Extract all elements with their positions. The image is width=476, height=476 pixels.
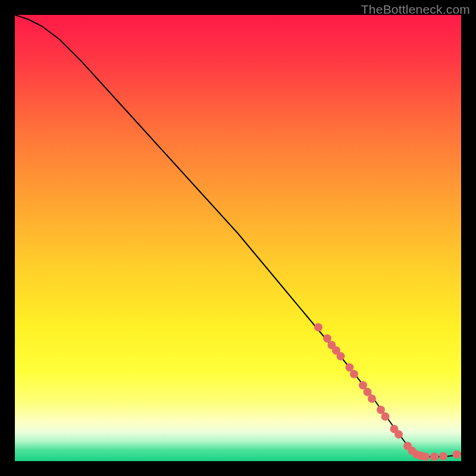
scatter-dot bbox=[337, 352, 345, 361]
scatter-dot bbox=[314, 323, 322, 331]
chart-plot-area bbox=[15, 15, 461, 461]
watermark-text: TheBottleneck.com bbox=[361, 2, 470, 17]
scatter-dot bbox=[439, 452, 447, 461]
scatter-dot bbox=[453, 450, 461, 459]
scatter-dot bbox=[350, 370, 358, 378]
scatter-dot bbox=[368, 394, 376, 403]
chart-overlay bbox=[15, 15, 461, 461]
scatter-dot bbox=[394, 430, 403, 439]
data-curve bbox=[15, 15, 461, 457]
scatter-dot bbox=[421, 453, 430, 461]
scatter-dots bbox=[314, 323, 461, 461]
scatter-dot bbox=[381, 412, 390, 421]
scatter-dot bbox=[430, 453, 439, 461]
